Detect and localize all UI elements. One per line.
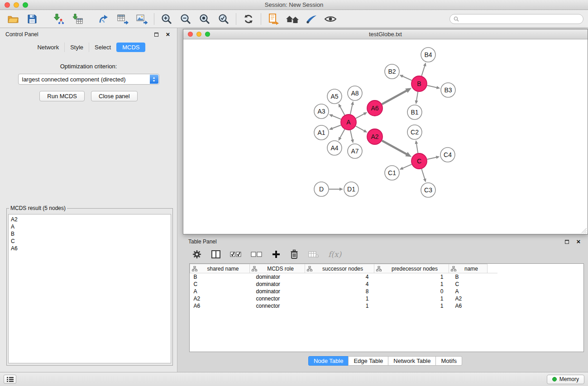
graph-edge-B-B1[interactable] (416, 92, 418, 101)
open-session-button[interactable] (4, 11, 23, 27)
tab-motifs[interactable]: Motifs (435, 356, 462, 366)
first-neighbors-button[interactable] (264, 11, 283, 27)
network-canvas[interactable]: B4B2BB3A5A8A6B1A3AC2A1A2A4A7C4CC1C3DD1 (183, 39, 588, 234)
graph-node-C4[interactable]: C4 (440, 148, 455, 162)
float-table-panel-button[interactable] (565, 238, 571, 245)
search-input[interactable] (461, 16, 579, 22)
graph-node-B2[interactable]: B2 (385, 64, 399, 79)
graph-edge-B-B3[interactable] (427, 86, 437, 88)
table-row[interactable]: Adominator80A (190, 288, 498, 295)
graph-node-B1[interactable]: B1 (407, 105, 422, 119)
tab-select[interactable]: Select (89, 43, 116, 52)
zoom-selected-button[interactable] (214, 11, 233, 27)
graph-edge-A-A7[interactable] (350, 130, 353, 140)
graph-edge-A-A2[interactable] (356, 126, 364, 131)
graph-edge-A-A5[interactable] (340, 106, 344, 115)
graph-edge-C-C3[interactable] (421, 169, 425, 179)
save-session-button[interactable] (23, 11, 42, 27)
function-builder-button[interactable]: f(x) (328, 250, 341, 259)
new-network-button[interactable] (94, 11, 113, 27)
graph-node-A7[interactable]: A7 (348, 144, 362, 158)
graph-node-A5[interactable]: A5 (327, 89, 342, 104)
table-row[interactable]: A6connector11A6 (190, 302, 498, 310)
graph-node-A[interactable]: A (341, 114, 356, 130)
graph-node-B3[interactable]: B3 (441, 83, 455, 97)
show-columns-button[interactable] (211, 250, 221, 259)
column-header-predecessor-nodes[interactable]: predecessor nodes (374, 264, 449, 273)
add-column-button[interactable] (272, 250, 281, 259)
graph-edge-A-A1[interactable] (332, 125, 341, 129)
home-button[interactable] (283, 11, 302, 27)
graph-edge-B-B4[interactable] (421, 66, 425, 76)
result-item[interactable]: B (11, 230, 168, 238)
graph-node-A2[interactable]: A2 (367, 129, 382, 144)
import-table-button[interactable] (68, 11, 87, 27)
graph-node-C[interactable]: C (411, 153, 427, 169)
tab-network-table[interactable]: Network Table (388, 356, 436, 366)
graph-edge-A-A4[interactable] (340, 129, 344, 138)
result-item[interactable]: A (11, 223, 168, 230)
graph-edge-B-B2[interactable] (402, 76, 412, 80)
graph-edge-A-A6[interactable] (356, 114, 364, 118)
graph-node-D1[interactable]: D1 (344, 182, 359, 196)
memory-button[interactable]: Memory (547, 375, 584, 384)
graph-edge-C-C4[interactable] (427, 157, 437, 159)
graph-node-D[interactable]: D (314, 182, 329, 196)
column-header-shared-name[interactable]: shared name (190, 264, 250, 273)
unselect-all-button[interactable] (251, 250, 263, 258)
tab-node-table[interactable]: Node Table (308, 356, 349, 366)
close-table-panel-button[interactable]: × (575, 238, 582, 245)
graph-node-A6[interactable]: A6 (367, 100, 382, 116)
mcds-result-list[interactable]: A2ABCA6 (8, 214, 171, 363)
graph-node-A1[interactable]: A1 (314, 125, 329, 140)
column-header-filler (488, 264, 498, 273)
export-image-button[interactable] (132, 11, 151, 27)
resize-grip-icon[interactable] (581, 228, 587, 234)
graph-node-C2[interactable]: C2 (407, 125, 422, 139)
refresh-button[interactable] (239, 11, 258, 27)
show-hide-button[interactable] (321, 11, 340, 27)
graph-edge-A6-B[interactable] (382, 91, 407, 104)
tab-mcds[interactable]: MCDS (116, 43, 145, 52)
result-item[interactable]: A6 (11, 245, 168, 252)
select-all-button[interactable] (230, 250, 242, 258)
run-mcds-button[interactable]: Run MCDS (39, 91, 85, 101)
table-settings-button[interactable] (192, 249, 202, 259)
graph-node-C3[interactable]: C3 (421, 183, 435, 197)
column-header-name[interactable]: name (449, 264, 488, 273)
graph-edge-A-A3[interactable] (332, 115, 341, 119)
table-row[interactable]: A2connector11A2 (190, 295, 498, 302)
table-row[interactable]: Bdominator41B (190, 273, 498, 281)
result-item[interactable]: C (11, 238, 168, 245)
graph-edge-C-C2[interactable] (416, 143, 418, 153)
column-header-mcds-role[interactable]: MCDS role (250, 264, 305, 273)
zoom-out-button[interactable] (176, 11, 195, 27)
close-panel-mcds-button[interactable]: Close panel (91, 91, 138, 101)
graph-edge-C-C1[interactable] (402, 164, 412, 168)
graph-node-A4[interactable]: A4 (327, 141, 342, 155)
table-row[interactable]: Cdominator41C (190, 281, 498, 288)
import-network-button[interactable] (49, 11, 68, 27)
export-table-button[interactable] (113, 11, 132, 27)
graph-edge-A2-C[interactable] (382, 141, 407, 154)
graph-node-A8[interactable]: A8 (348, 86, 362, 100)
zoom-fit-button[interactable] (195, 11, 214, 27)
graph-node-B[interactable]: B (411, 76, 427, 91)
tab-edge-table[interactable]: Edge Table (348, 356, 388, 366)
graph-node-B4[interactable]: B4 (421, 48, 435, 62)
graph-node-C1[interactable]: C1 (385, 166, 399, 180)
close-panel-button[interactable]: × (164, 31, 172, 38)
delete-column-button[interactable] (290, 249, 299, 259)
float-panel-button[interactable] (154, 31, 161, 38)
tab-style[interactable]: Style (64, 43, 89, 52)
graph-edge-A-A8[interactable] (350, 104, 353, 114)
graph-node-A3[interactable]: A3 (314, 104, 329, 119)
style-brush-button[interactable] (302, 11, 321, 27)
criterion-dropdown[interactable]: largest connected component (directed) ▲… (18, 74, 159, 85)
tab-network[interactable]: Network (32, 43, 64, 52)
result-item[interactable]: A2 (11, 216, 168, 223)
delete-table-button[interactable] (308, 250, 319, 258)
column-header-successor-nodes[interactable]: successor nodes (305, 264, 374, 273)
show-panels-button[interactable] (4, 375, 16, 384)
zoom-in-button[interactable] (157, 11, 176, 27)
